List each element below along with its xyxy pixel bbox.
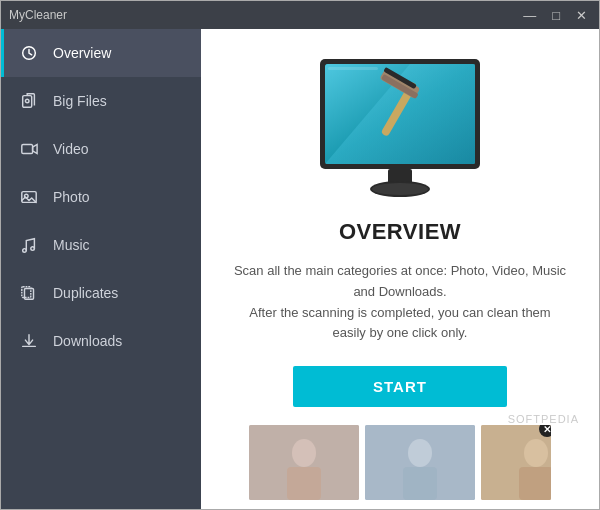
downloads-icon (19, 331, 39, 351)
svg-rect-27 (403, 467, 437, 500)
app-body: Overview Big Files Video Photo (1, 29, 599, 509)
window-controls: — □ ✕ (519, 9, 591, 22)
sidebar: Overview Big Files Video Photo (1, 29, 201, 509)
sidebar-label-downloads: Downloads (53, 333, 122, 349)
monitor-illustration (290, 49, 510, 219)
sidebar-label-bigfiles: Big Files (53, 93, 107, 109)
svg-point-26 (408, 439, 432, 467)
sidebar-item-overview[interactable]: Overview (1, 29, 201, 77)
main-content: OVERVIEW Scan all the main categories at… (201, 29, 599, 509)
svg-rect-21 (328, 67, 378, 70)
titlebar: MyCleaner — □ ✕ (1, 1, 599, 29)
svg-point-6 (23, 249, 27, 253)
svg-point-20 (372, 183, 428, 195)
svg-point-2 (25, 99, 29, 103)
maximize-button[interactable]: □ (548, 9, 564, 22)
bigfiles-icon (19, 91, 39, 111)
overview-title: OVERVIEW (339, 219, 461, 245)
svg-point-7 (31, 247, 35, 251)
overview-description: Scan all the main categories at once: Ph… (231, 261, 569, 344)
sidebar-label-photo: Photo (53, 189, 90, 205)
svg-point-23 (292, 439, 316, 467)
close-button[interactable]: ✕ (572, 9, 591, 22)
svg-point-29 (524, 439, 548, 467)
music-icon (19, 235, 39, 255)
svg-rect-1 (23, 96, 32, 108)
sidebar-item-duplicates[interactable]: Duplicates (1, 269, 201, 317)
svg-rect-24 (287, 467, 321, 500)
app-title: MyCleaner (9, 8, 67, 22)
sidebar-item-music[interactable]: Music (1, 221, 201, 269)
duplicates-icon (19, 283, 39, 303)
svg-rect-3 (22, 145, 33, 154)
photo-icon (19, 187, 39, 207)
thumbnail-strip: ✕ (231, 425, 569, 500)
sidebar-label-overview: Overview (53, 45, 111, 61)
thumb-3: ✕ (481, 425, 551, 500)
start-button[interactable]: START (293, 366, 507, 407)
sidebar-label-duplicates: Duplicates (53, 285, 118, 301)
svg-rect-30 (519, 467, 551, 500)
thumb-1 (249, 425, 359, 500)
overview-icon (19, 43, 39, 63)
video-icon (19, 139, 39, 159)
sidebar-item-big-files[interactable]: Big Files (1, 77, 201, 125)
sidebar-item-video[interactable]: Video (1, 125, 201, 173)
minimize-button[interactable]: — (519, 9, 540, 22)
watermark: SOFTPEDIA (508, 413, 579, 425)
sidebar-item-downloads[interactable]: Downloads (1, 317, 201, 365)
sidebar-item-photo[interactable]: Photo (1, 173, 201, 221)
sidebar-label-video: Video (53, 141, 89, 157)
sidebar-label-music: Music (53, 237, 90, 253)
thumb-2 (365, 425, 475, 500)
